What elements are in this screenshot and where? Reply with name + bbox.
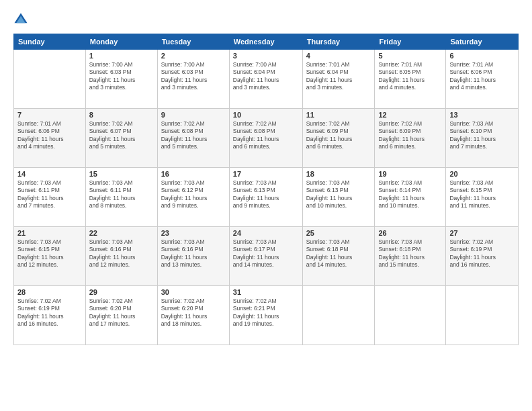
day-info: Sunrise: 7:03 AM Sunset: 6:11 PM Dayligh…	[17, 179, 82, 210]
day-number: 22	[89, 229, 154, 237]
calendar-header-row: SundayMondayTuesdayWednesdayThursdayFrid…	[14, 34, 519, 50]
day-number: 17	[233, 170, 299, 178]
day-number: 7	[17, 111, 82, 119]
calendar-day-10: 10Sunrise: 7:02 AM Sunset: 6:08 PM Dayli…	[229, 109, 302, 168]
day-info: Sunrise: 7:03 AM Sunset: 6:13 PM Dayligh…	[306, 179, 371, 210]
day-number: 31	[233, 288, 299, 296]
calendar-day-18: 18Sunrise: 7:03 AM Sunset: 6:13 PM Dayli…	[302, 168, 375, 227]
calendar-day-4: 4Sunrise: 7:01 AM Sunset: 6:04 PM Daylig…	[302, 50, 375, 109]
calendar-day-21: 21Sunrise: 7:03 AM Sunset: 6:15 PM Dayli…	[14, 227, 86, 286]
calendar-day-16: 16Sunrise: 7:03 AM Sunset: 6:12 PM Dayli…	[157, 168, 229, 227]
day-info: Sunrise: 7:01 AM Sunset: 6:06 PM Dayligh…	[449, 61, 515, 92]
day-number: 2	[161, 52, 226, 60]
day-number: 6	[449, 52, 515, 60]
calendar-day-29: 29Sunrise: 7:02 AM Sunset: 6:20 PM Dayli…	[85, 286, 157, 345]
calendar-day-9: 9Sunrise: 7:02 AM Sunset: 6:08 PM Daylig…	[157, 109, 229, 168]
calendar-day-7: 7Sunrise: 7:01 AM Sunset: 6:06 PM Daylig…	[14, 109, 86, 168]
calendar-day-14: 14Sunrise: 7:03 AM Sunset: 6:11 PM Dayli…	[14, 168, 86, 227]
day-number: 19	[378, 170, 442, 178]
page: SundayMondayTuesdayWednesdayThursdayFrid…	[0, 0, 532, 411]
day-number: 10	[233, 111, 299, 119]
day-number: 24	[233, 229, 299, 237]
day-number: 16	[161, 170, 226, 178]
calendar-day-23: 23Sunrise: 7:03 AM Sunset: 6:16 PM Dayli…	[157, 227, 229, 286]
day-info: Sunrise: 7:03 AM Sunset: 6:14 PM Dayligh…	[378, 179, 442, 210]
day-info: Sunrise: 7:03 AM Sunset: 6:15 PM Dayligh…	[449, 179, 515, 210]
day-number: 25	[306, 229, 371, 237]
day-header-thursday: Thursday	[302, 34, 375, 50]
calendar-day-30: 30Sunrise: 7:02 AM Sunset: 6:20 PM Dayli…	[157, 286, 229, 345]
empty-day	[14, 50, 86, 109]
day-info: Sunrise: 7:02 AM Sunset: 6:08 PM Dayligh…	[161, 120, 226, 151]
day-header-saturday: Saturday	[446, 34, 519, 50]
day-info: Sunrise: 7:00 AM Sunset: 6:04 PM Dayligh…	[233, 61, 299, 92]
empty-day	[375, 286, 446, 345]
calendar-day-3: 3Sunrise: 7:00 AM Sunset: 6:04 PM Daylig…	[229, 50, 302, 109]
empty-day	[446, 286, 519, 345]
calendar-week-row: 1Sunrise: 7:00 AM Sunset: 6:03 PM Daylig…	[14, 50, 519, 109]
day-info: Sunrise: 7:03 AM Sunset: 6:16 PM Dayligh…	[89, 238, 154, 269]
calendar-day-17: 17Sunrise: 7:03 AM Sunset: 6:13 PM Dayli…	[229, 168, 302, 227]
day-number: 21	[17, 229, 82, 237]
day-info: Sunrise: 7:00 AM Sunset: 6:03 PM Dayligh…	[89, 61, 154, 92]
day-info: Sunrise: 7:03 AM Sunset: 6:15 PM Dayligh…	[17, 238, 82, 269]
day-number: 3	[233, 52, 299, 60]
day-info: Sunrise: 7:02 AM Sunset: 6:07 PM Dayligh…	[89, 120, 154, 151]
day-header-wednesday: Wednesday	[229, 34, 302, 50]
calendar-day-19: 19Sunrise: 7:03 AM Sunset: 6:14 PM Dayli…	[375, 168, 446, 227]
day-info: Sunrise: 7:01 AM Sunset: 6:04 PM Dayligh…	[306, 61, 371, 92]
header	[13, 12, 519, 27]
day-number: 28	[17, 288, 82, 296]
calendar-day-11: 11Sunrise: 7:02 AM Sunset: 6:09 PM Dayli…	[302, 109, 375, 168]
day-number: 4	[306, 52, 371, 60]
day-number: 12	[378, 111, 442, 119]
calendar-day-1: 1Sunrise: 7:00 AM Sunset: 6:03 PM Daylig…	[85, 50, 157, 109]
day-number: 18	[306, 170, 371, 178]
calendar-day-5: 5Sunrise: 7:01 AM Sunset: 6:05 PM Daylig…	[375, 50, 446, 109]
calendar-day-28: 28Sunrise: 7:02 AM Sunset: 6:19 PM Dayli…	[14, 286, 86, 345]
empty-day	[302, 286, 375, 345]
day-number: 14	[17, 170, 82, 178]
day-info: Sunrise: 7:02 AM Sunset: 6:19 PM Dayligh…	[17, 298, 82, 328]
day-info: Sunrise: 7:03 AM Sunset: 6:11 PM Dayligh…	[89, 179, 154, 210]
day-info: Sunrise: 7:02 AM Sunset: 6:20 PM Dayligh…	[89, 298, 154, 328]
calendar-day-31: 31Sunrise: 7:02 AM Sunset: 6:21 PM Dayli…	[229, 286, 302, 345]
calendar-day-2: 2Sunrise: 7:00 AM Sunset: 6:03 PM Daylig…	[157, 50, 229, 109]
day-info: Sunrise: 7:02 AM Sunset: 6:09 PM Dayligh…	[306, 120, 371, 151]
day-info: Sunrise: 7:03 AM Sunset: 6:12 PM Dayligh…	[161, 179, 226, 210]
calendar-week-row: 21Sunrise: 7:03 AM Sunset: 6:15 PM Dayli…	[14, 227, 519, 286]
calendar-week-row: 28Sunrise: 7:02 AM Sunset: 6:19 PM Dayli…	[14, 286, 519, 345]
day-number: 26	[378, 229, 442, 237]
day-info: Sunrise: 7:02 AM Sunset: 6:19 PM Dayligh…	[449, 238, 515, 269]
day-header-sunday: Sunday	[14, 34, 86, 50]
day-number: 23	[161, 229, 226, 237]
calendar-day-25: 25Sunrise: 7:03 AM Sunset: 6:18 PM Dayli…	[302, 227, 375, 286]
day-number: 9	[161, 111, 226, 119]
day-info: Sunrise: 7:03 AM Sunset: 6:13 PM Dayligh…	[233, 179, 299, 210]
logo-icon	[13, 12, 28, 27]
day-header-monday: Monday	[85, 34, 157, 50]
day-info: Sunrise: 7:01 AM Sunset: 6:05 PM Dayligh…	[378, 61, 442, 92]
calendar-day-15: 15Sunrise: 7:03 AM Sunset: 6:11 PM Dayli…	[85, 168, 157, 227]
calendar-day-22: 22Sunrise: 7:03 AM Sunset: 6:16 PM Dayli…	[85, 227, 157, 286]
day-info: Sunrise: 7:01 AM Sunset: 6:06 PM Dayligh…	[17, 120, 82, 151]
day-info: Sunrise: 7:03 AM Sunset: 6:16 PM Dayligh…	[161, 238, 226, 269]
day-info: Sunrise: 7:03 AM Sunset: 6:17 PM Dayligh…	[233, 238, 299, 269]
day-info: Sunrise: 7:03 AM Sunset: 6:18 PM Dayligh…	[378, 238, 442, 269]
day-number: 30	[161, 288, 226, 296]
day-number: 8	[89, 111, 154, 119]
calendar-day-20: 20Sunrise: 7:03 AM Sunset: 6:15 PM Dayli…	[446, 168, 519, 227]
day-info: Sunrise: 7:02 AM Sunset: 6:21 PM Dayligh…	[233, 298, 299, 328]
day-number: 27	[449, 229, 515, 237]
logo	[13, 12, 31, 27]
day-info: Sunrise: 7:03 AM Sunset: 6:18 PM Dayligh…	[306, 238, 371, 269]
calendar-day-6: 6Sunrise: 7:01 AM Sunset: 6:06 PM Daylig…	[446, 50, 519, 109]
day-info: Sunrise: 7:02 AM Sunset: 6:08 PM Dayligh…	[233, 120, 299, 151]
calendar-day-26: 26Sunrise: 7:03 AM Sunset: 6:18 PM Dayli…	[375, 227, 446, 286]
calendar-day-13: 13Sunrise: 7:03 AM Sunset: 6:10 PM Dayli…	[446, 109, 519, 168]
calendar-day-27: 27Sunrise: 7:02 AM Sunset: 6:19 PM Dayli…	[446, 227, 519, 286]
day-header-friday: Friday	[375, 34, 446, 50]
day-number: 5	[378, 52, 442, 60]
calendar-day-8: 8Sunrise: 7:02 AM Sunset: 6:07 PM Daylig…	[85, 109, 157, 168]
calendar-day-24: 24Sunrise: 7:03 AM Sunset: 6:17 PM Dayli…	[229, 227, 302, 286]
